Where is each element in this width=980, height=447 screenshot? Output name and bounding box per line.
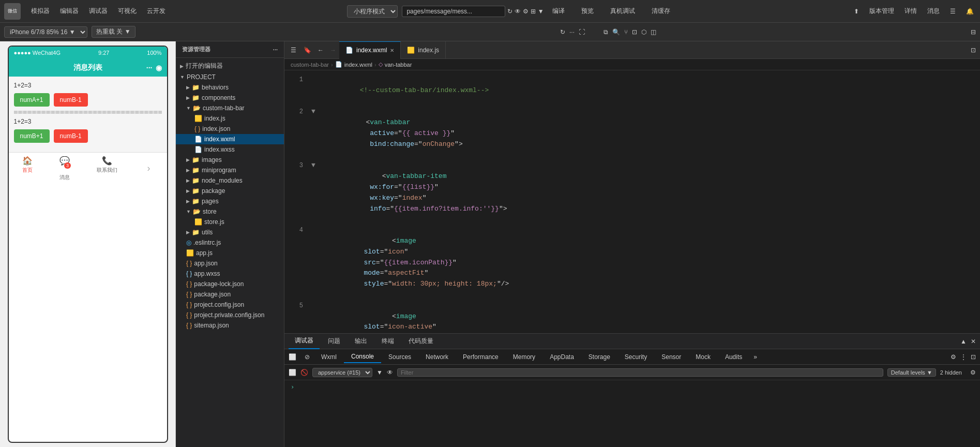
editor-toolbar-icon[interactable]: ☰ bbox=[287, 47, 300, 54]
real-debug-btn[interactable]: 真机调试 bbox=[606, 5, 639, 18]
tab-index-js[interactable]: 🟨 index.js bbox=[401, 41, 446, 59]
devtools-block-icon[interactable]: ⊘ bbox=[300, 353, 314, 361]
hotkey-btn[interactable]: 热重载 关 ▼ bbox=[92, 26, 135, 38]
folder-pages[interactable]: ▶ 📁 pages bbox=[176, 196, 284, 206]
file-package-lock[interactable]: { } package-lock.json bbox=[176, 279, 284, 289]
folder-node-modules[interactable]: ▶ 📁 node_modules bbox=[176, 175, 284, 186]
compile-btn[interactable]: 编译 bbox=[548, 5, 569, 18]
file-project-private-config[interactable]: { } project.private.config.json bbox=[176, 310, 284, 320]
dots-icon[interactable]: ··· bbox=[146, 64, 153, 72]
panel-maximize-icon[interactable]: ▲ bbox=[960, 338, 967, 345]
clear-cache-btn[interactable]: 清缓存 bbox=[647, 5, 674, 18]
detail-btn[interactable]: 详情 bbox=[902, 6, 919, 17]
devtools-more-icon[interactable]: » bbox=[749, 351, 761, 363]
tab-code-quality[interactable]: 代码质量 bbox=[402, 334, 440, 349]
console-settings-icon[interactable]: ⚙ bbox=[970, 369, 976, 376]
devtools-tab-network[interactable]: Network bbox=[418, 351, 456, 363]
file-package-json[interactable]: { } package.json bbox=[176, 289, 284, 300]
menu-icon[interactable]: ☰ bbox=[948, 7, 958, 16]
folder-miniprogram[interactable]: ▶ 📁 miniprogram bbox=[176, 165, 284, 175]
console-inspect-icon[interactable]: ⬜ bbox=[289, 369, 296, 376]
tab-terminal[interactable]: 终端 bbox=[375, 334, 400, 349]
devtools-tab-appdata[interactable]: AppData bbox=[542, 351, 581, 363]
refresh-icon[interactable]: ↻ bbox=[507, 8, 512, 15]
file-index-js[interactable]: 🟨 index.js bbox=[176, 113, 284, 124]
folder-behaviors[interactable]: ▶ 📁 behaviors bbox=[176, 82, 284, 93]
open-editors-section[interactable]: ▶ 打开的编辑器 bbox=[176, 60, 284, 72]
fold-icon-3[interactable]: ▼ bbox=[311, 160, 315, 171]
panel-close-icon[interactable]: ✕ bbox=[971, 338, 976, 345]
devtools-tab-security[interactable]: Security bbox=[617, 351, 654, 363]
debugger-btn[interactable]: 调试器 bbox=[85, 5, 112, 18]
mode-select[interactable]: 小程序模式 bbox=[347, 5, 398, 18]
visualize-btn[interactable]: 可视化 bbox=[114, 5, 141, 18]
devtools-tab-storage[interactable]: Storage bbox=[581, 351, 617, 363]
more-icon[interactable]: ··· bbox=[569, 28, 575, 36]
branch-icon[interactable]: ⑂ bbox=[624, 28, 628, 36]
folder-utils[interactable]: ▶ 📁 utils bbox=[176, 227, 284, 237]
tab-wxml-close-icon[interactable]: ✕ bbox=[390, 48, 394, 53]
search2-icon[interactable]: 🔍 bbox=[612, 28, 620, 36]
numa-plus-btn[interactable]: numA+1 bbox=[14, 93, 50, 107]
devtools-tab-console[interactable]: Console bbox=[344, 351, 381, 363]
bell-icon[interactable]: 🔔 bbox=[964, 7, 976, 16]
split-editor-icon[interactable]: ⊡ bbox=[971, 47, 976, 54]
simulator-btn[interactable]: 模拟器 bbox=[27, 5, 54, 18]
component-icon[interactable]: ◫ bbox=[651, 28, 656, 36]
devtools-menu-icon[interactable]: ⋮ bbox=[960, 353, 967, 361]
console-eye-icon[interactable]: 👁 bbox=[387, 369, 393, 376]
editor-forward-icon[interactable]: → bbox=[327, 47, 339, 54]
devtools-dock-icon[interactable]: ⊡ bbox=[971, 353, 976, 361]
layers-icon[interactable]: ⊞ ▼ bbox=[531, 8, 544, 15]
devtools-tab-sources[interactable]: Sources bbox=[381, 351, 418, 363]
folder-components[interactable]: ▶ 📁 components bbox=[176, 93, 284, 103]
console-service-arrow[interactable]: ▼ bbox=[376, 369, 383, 376]
file-store-js[interactable]: 🟨 store.js bbox=[176, 217, 284, 227]
layout-icon[interactable]: ⊡ bbox=[632, 28, 637, 36]
devtools-inspect-icon[interactable]: ⬜ bbox=[284, 353, 300, 361]
numb-minus-btn-2[interactable]: numB-1 bbox=[54, 129, 88, 143]
preview-icon[interactable]: 👁 bbox=[515, 8, 521, 15]
tab-contact[interactable]: 📞 联系我们 bbox=[97, 156, 117, 181]
copy-icon[interactable]: ⧉ bbox=[604, 28, 608, 36]
devtools-tab-wxml[interactable]: Wxml bbox=[314, 351, 344, 363]
file-app-json[interactable]: { } app.json bbox=[176, 258, 284, 269]
preview-btn[interactable]: 预览 bbox=[577, 5, 598, 18]
split-icon[interactable]: ⊟ bbox=[971, 28, 976, 36]
tab-output[interactable]: 输出 bbox=[349, 334, 373, 349]
devtools-tab-sensor[interactable]: Sensor bbox=[654, 351, 688, 363]
file-app-wxss[interactable]: { } app.wxss bbox=[176, 269, 284, 279]
devtools-tab-performance[interactable]: Performance bbox=[456, 351, 506, 363]
cloud-btn[interactable]: 云开发 bbox=[143, 5, 170, 18]
version-btn[interactable]: 版本管理 bbox=[867, 6, 896, 17]
folder-custom-tab-bar[interactable]: ▼ 📂 custom-tab-bar bbox=[176, 103, 284, 113]
fullscreen-icon[interactable]: ⛶ bbox=[579, 28, 585, 36]
file-index-json[interactable]: { } index.json bbox=[176, 124, 284, 134]
tab-message[interactable]: 💬 3 消息 bbox=[59, 156, 70, 181]
file-app-js[interactable]: 🟨 app.js bbox=[176, 248, 284, 258]
camera-icon[interactable]: ◉ bbox=[156, 64, 162, 72]
file-index-wxml[interactable]: 📄 index.wxml bbox=[176, 134, 284, 144]
console-service-select[interactable]: appservice (#15) bbox=[312, 368, 372, 377]
file-sitemap[interactable]: { } sitemap.json bbox=[176, 320, 284, 331]
tab-home[interactable]: 🏠 首页 bbox=[22, 156, 33, 181]
project-section[interactable]: ▼ PROJECT bbox=[176, 72, 284, 82]
console-arrow[interactable]: › bbox=[291, 383, 294, 391]
file-eslintrc[interactable]: ◎ .eslintrc.js bbox=[176, 237, 284, 248]
tab-debugger[interactable]: 调试器 bbox=[289, 334, 320, 349]
file-index-wxss[interactable]: 📄 index.wxss bbox=[176, 144, 284, 155]
editor-bookmark-icon[interactable]: 🔖 bbox=[300, 47, 314, 54]
console-clear-icon[interactable]: 🚫 bbox=[300, 369, 308, 376]
fold-icon-2[interactable]: ▼ bbox=[311, 107, 315, 117]
expand-icon[interactable]: › bbox=[144, 156, 154, 181]
devtools-tab-mock[interactable]: Mock bbox=[688, 351, 718, 363]
file-tree-more-icon[interactable]: ··· bbox=[273, 47, 278, 53]
folder-store[interactable]: ▼ 📂 store bbox=[176, 206, 284, 217]
file-project-config[interactable]: { } project.config.json bbox=[176, 300, 284, 310]
tab-index-wxml[interactable]: 📄 index.wxml ✕ bbox=[339, 41, 401, 59]
console-level-select[interactable]: Default levels ▼ bbox=[887, 368, 936, 377]
path-input[interactable] bbox=[402, 6, 505, 17]
refresh2-icon[interactable]: ↻ bbox=[560, 28, 565, 36]
share-icon[interactable]: ⬆ bbox=[852, 7, 861, 16]
settings-icon[interactable]: ⚙ bbox=[523, 8, 529, 15]
